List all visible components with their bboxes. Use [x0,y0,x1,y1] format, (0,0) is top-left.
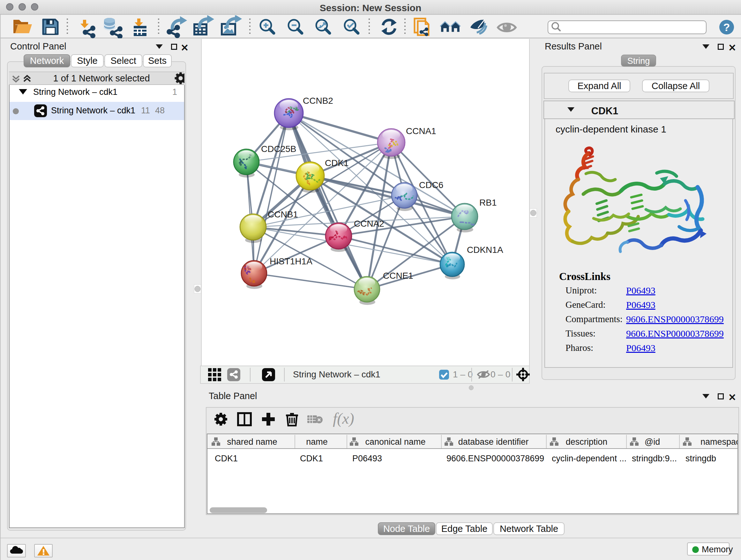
svg-text:CCNE1: CCNE1 [383,271,413,281]
svg-text:@id: @id [645,437,660,447]
svg-text:CDK1: CDK1 [300,454,323,463]
svg-text:name: name [306,437,328,447]
svg-text:stringdb:9...: stringdb:9... [632,454,677,463]
svg-text:cyclin-dependent ...: cyclin-dependent ... [552,454,626,463]
svg-text:stringdb: stringdb [685,454,716,463]
svg-text:String Network – cdk1: String Network – cdk1 [293,369,381,379]
svg-text:description: description [566,437,608,447]
svg-text:RB1: RB1 [479,198,496,207]
svg-text:CCNA1: CCNA1 [406,126,436,136]
svg-text:CCNB2: CCNB2 [303,96,333,106]
svg-text:?: ? [724,21,730,33]
svg-text:1 – 0: 1 – 0 [453,369,473,379]
svg-text:CDKN1A: CDKN1A [467,245,503,255]
svg-text:HIST1H1A: HIST1H1A [270,256,313,266]
svg-text:namespac: namespac [700,437,738,447]
svg-text:f(x): f(x) [333,410,354,427]
svg-text:P06493: P06493 [352,454,382,463]
svg-text:CDK1: CDK1 [215,454,238,463]
svg-text:CDC6: CDC6 [419,180,443,190]
svg-text:CDC25B: CDC25B [261,144,296,154]
svg-text:CCNA2: CCNA2 [354,219,384,229]
svg-text:shared name: shared name [227,437,277,447]
svg-text:9606.ENSP00000378699: 9606.ENSP00000378699 [447,454,544,463]
svg-text:1 of 1 Network selected: 1 of 1 Network selected [53,73,150,83]
svg-text:canonical name: canonical name [365,437,425,447]
svg-text:CCNB1: CCNB1 [268,209,298,219]
svg-text:database identifier: database identifier [458,437,529,447]
svg-text:0 – 0: 0 – 0 [490,369,510,379]
svg-text:CDK1: CDK1 [325,158,349,168]
